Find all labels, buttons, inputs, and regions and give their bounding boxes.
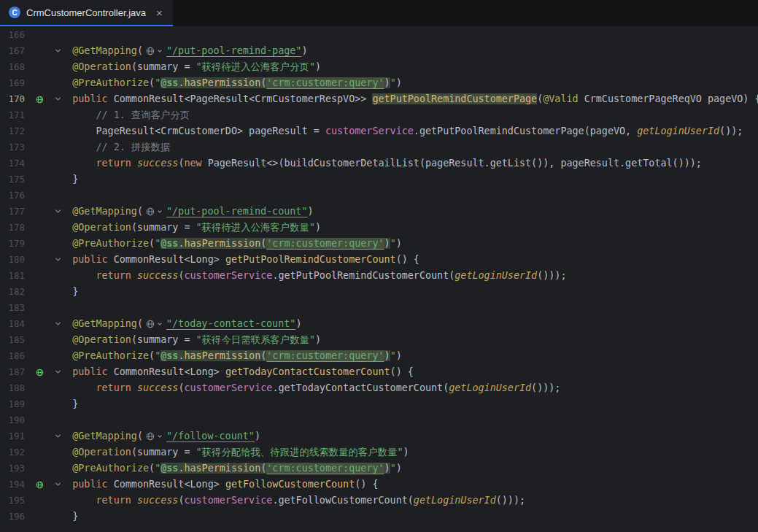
code-line[interactable]: 170 public CommonResult<PageResult<CrmCu… xyxy=(0,91,758,107)
gutter: 185 xyxy=(0,332,49,348)
code-text: public CommonResult<Long> getFollowCusto… xyxy=(49,477,379,493)
code-token xyxy=(49,158,96,169)
code-line[interactable]: 189 } xyxy=(0,396,758,412)
code-text: @PreAuthorize("@ss.hasPermission('crm:cu… xyxy=(49,75,402,91)
code-line[interactable]: 185 @Operation(summary = "获得今日需联系客户数量") xyxy=(0,332,758,348)
api-endpoint-globe-icon[interactable] xyxy=(31,91,47,107)
code-token: "/put-pool-remind-count" xyxy=(166,206,307,217)
code-line[interactable]: 171 // 1. 查询客户分页 xyxy=(0,107,758,123)
code-line[interactable]: 167 @GetMapping("/put-pool-remind-page") xyxy=(0,43,758,59)
line-number: 196 xyxy=(0,509,25,525)
api-endpoint-globe-icon[interactable] xyxy=(31,477,47,493)
code-line[interactable]: 194 public CommonResult<Long> getFollowC… xyxy=(0,477,758,493)
globe-icon[interactable] xyxy=(143,207,166,216)
code-line[interactable]: 175 } xyxy=(0,171,758,188)
code-line[interactable]: 168 @Operation(summary = "获得待进入公海客户分页") xyxy=(0,59,758,75)
code-token: getLoginUserId xyxy=(414,495,496,506)
code-token: "获得待进入公海客户数量" xyxy=(196,222,315,233)
gutter-icon-slot xyxy=(31,284,47,300)
code-line[interactable]: 176 xyxy=(0,188,758,204)
gutter: 171 xyxy=(0,107,49,123)
code-text: @Operation(summary = "获得待进入公海客户数量") xyxy=(49,220,321,236)
code-token: // 2. 拼接数据 xyxy=(49,142,170,153)
code-line[interactable]: 174 return success(new PageResult<>(buil… xyxy=(0,155,758,171)
tab-crm-customer-controller[interactable]: C CrmCustomerController.java × xyxy=(0,0,173,26)
code-token: " xyxy=(155,77,161,88)
code-text: @PreAuthorize("@ss.hasPermission('crm:cu… xyxy=(49,348,402,364)
chevron-down-icon[interactable] xyxy=(54,432,62,440)
code-line[interactable]: 166 xyxy=(0,27,758,43)
globe-icon[interactable] xyxy=(143,432,166,441)
code-token: public xyxy=(72,366,113,377)
chevron-down-icon[interactable] xyxy=(54,320,62,328)
chevron-down-icon[interactable] xyxy=(54,95,62,103)
code-line[interactable]: 192 @Operation(summary = "获得分配给我、待跟进的线索数… xyxy=(0,444,758,460)
code-token: ) xyxy=(301,45,307,56)
code-line[interactable]: 190 xyxy=(0,412,758,428)
code-token: return xyxy=(96,382,137,393)
code-token: "/today-contact-count" xyxy=(166,318,295,329)
code-line[interactable]: 188 return success(customerService.getTo… xyxy=(0,380,758,396)
code-token xyxy=(49,350,72,361)
code-line[interactable]: 180 public CommonResult<Long> getPutPool… xyxy=(0,252,758,268)
code-line[interactable]: 177 @GetMapping("/put-pool-remind-count"… xyxy=(0,204,758,220)
code-line[interactable]: 169 @PreAuthorize("@ss.hasPermission('cr… xyxy=(0,75,758,91)
code-token: .getPutPoolRemindCustomerPage(pageVO, xyxy=(414,126,637,136)
code-token: 'crm:customer:query' xyxy=(266,350,384,361)
globe-icon[interactable] xyxy=(143,47,166,55)
code-text: return success(customerService.getTodayC… xyxy=(49,380,560,396)
code-line[interactable]: 193 @PreAuthorize("@ss.hasPermission('cr… xyxy=(0,460,758,477)
code-line[interactable]: 172 PageResult<CrmCustomerDO> pageResult… xyxy=(0,123,758,139)
gutter-icon-slot xyxy=(31,236,47,252)
code-token: hasPermission xyxy=(184,463,260,474)
code-token: 'crm:customer:query' xyxy=(266,238,384,249)
code-text: } xyxy=(49,284,78,300)
code-line[interactable]: 173 // 2. 拼接数据 xyxy=(0,139,758,155)
code-token: 'crm:customer:query' xyxy=(266,463,384,474)
line-number: 175 xyxy=(0,171,25,188)
api-endpoint-globe-icon[interactable] xyxy=(31,364,47,380)
code-line[interactable]: 178 @Operation(summary = "获得待进入公海客户数量") xyxy=(0,220,758,236)
globe-icon[interactable] xyxy=(143,320,166,328)
code-token: () { xyxy=(390,366,414,377)
code-token: hasPermission xyxy=(184,77,260,88)
code-token xyxy=(49,495,96,506)
chevron-down-icon[interactable] xyxy=(54,207,62,215)
code-token: @PreAuthorize xyxy=(72,77,149,88)
code-line[interactable]: 186 @PreAuthorize("@ss.hasPermission('cr… xyxy=(0,348,758,364)
code-line[interactable]: 184 @GetMapping("/today-contact-count") xyxy=(0,316,758,332)
chevron-down-icon[interactable] xyxy=(54,480,62,488)
code-line[interactable]: 182 } xyxy=(0,284,758,300)
code-text: } xyxy=(49,396,78,412)
code-editor[interactable]: 166167 @GetMapping("/put-pool-remind-pag… xyxy=(0,26,758,525)
chevron-down-icon[interactable] xyxy=(54,47,62,55)
chevron-down-icon[interactable] xyxy=(54,255,62,263)
code-token: @Valid xyxy=(543,93,584,104)
line-number: 174 xyxy=(0,155,25,171)
close-icon[interactable]: × xyxy=(156,7,163,18)
gutter: 188 xyxy=(0,380,49,396)
line-number: 187 xyxy=(0,364,25,380)
chevron-down-icon[interactable] xyxy=(54,368,62,376)
gutter: 170 xyxy=(0,91,49,107)
gutter: 181 xyxy=(0,268,49,284)
code-token: hasPermission xyxy=(184,238,260,249)
code-line[interactable]: 195 return success(customerService.getFo… xyxy=(0,493,758,509)
code-line[interactable]: 179 @PreAuthorize("@ss.hasPermission('cr… xyxy=(0,236,758,252)
code-token: @Operation xyxy=(72,61,131,72)
code-token xyxy=(49,238,72,249)
code-line[interactable]: 183 xyxy=(0,300,758,316)
code-token: "/follow-count" xyxy=(166,431,255,442)
code-token: success xyxy=(137,382,178,393)
gutter: 180 xyxy=(0,252,49,268)
code-token: customerService xyxy=(184,270,272,281)
code-token: ( xyxy=(137,206,143,217)
code-line[interactable]: 196 } xyxy=(0,509,758,525)
code-line[interactable]: 187 public CommonResult<Long> getTodayCo… xyxy=(0,364,758,380)
code-token xyxy=(49,382,96,393)
code-token: ) xyxy=(295,318,301,329)
code-line[interactable]: 191 @GetMapping("/follow-count") xyxy=(0,428,758,444)
code-text: // 2. 拼接数据 xyxy=(49,139,170,155)
code-token: " xyxy=(155,463,161,474)
code-line[interactable]: 181 return success(customerService.getPu… xyxy=(0,268,758,284)
